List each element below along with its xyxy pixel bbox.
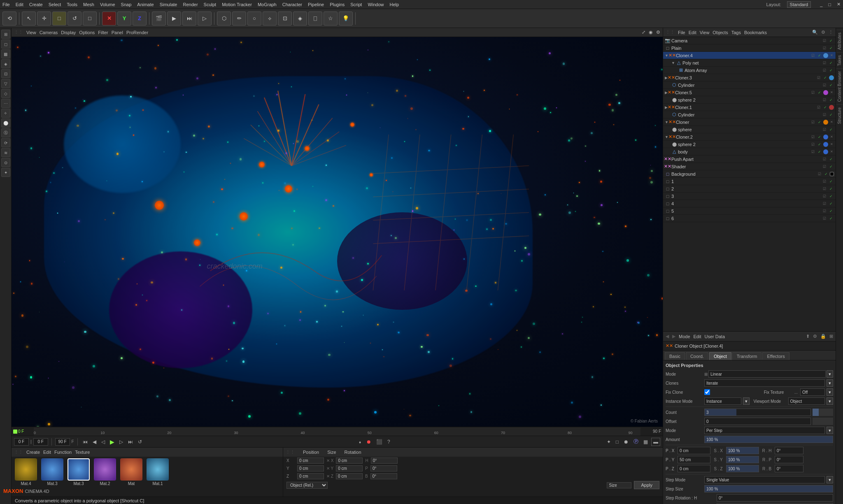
sz-input-container[interactable] bbox=[726, 465, 759, 472]
om-item-null-6[interactable]: □ 6 ☑ ✓ bbox=[663, 215, 836, 222]
om-tab-file[interactable]: File bbox=[678, 30, 685, 35]
offset-input-container[interactable] bbox=[704, 418, 811, 425]
prev-frame-button[interactable]: ◀ bbox=[91, 438, 98, 446]
viewport-3d[interactable]: crackedonic.com © Fabian Aerts bbox=[12, 37, 663, 427]
prop-icon-4[interactable]: ⊞ bbox=[829, 334, 833, 339]
cloner3-toggle-1[interactable]: ☑ bbox=[816, 75, 822, 81]
left-tool-1[interactable]: ⊞ bbox=[1, 30, 10, 39]
motion-tracker-view[interactable]: ▦ bbox=[642, 438, 650, 446]
rp-input[interactable] bbox=[775, 456, 803, 463]
om-tab-tags[interactable]: Tags bbox=[731, 30, 741, 35]
material-item-mat1[interactable]: Mat.1 bbox=[147, 458, 169, 486]
size-y-input[interactable] bbox=[336, 465, 363, 471]
left-tool-2[interactable]: ◻ bbox=[1, 39, 10, 49]
help-playback[interactable]: ? bbox=[386, 438, 392, 446]
left-tool-13[interactable]: ≋ bbox=[1, 148, 10, 157]
atomarray-toggle-1[interactable]: ☑ bbox=[822, 67, 827, 73]
om-item-body[interactable]: △ body ☑ ✓ ✕ bbox=[663, 148, 836, 156]
size-x-input[interactable] bbox=[336, 458, 363, 464]
skip-end-button[interactable]: ⏭ bbox=[126, 438, 135, 446]
window-close[interactable]: ✕ bbox=[837, 2, 841, 7]
keyframe-button[interactable]: ⬧ bbox=[357, 438, 363, 446]
left-tool-6[interactable]: ▽ bbox=[1, 79, 10, 88]
edit-render-settings[interactable]: ▷ bbox=[198, 12, 212, 26]
render-region[interactable]: ▶ bbox=[167, 12, 181, 26]
keying-button[interactable]: ✦ bbox=[605, 438, 612, 446]
camera-toggle-1[interactable]: ☑ bbox=[822, 38, 827, 44]
cylinder2-toggle-2[interactable]: ✓ bbox=[828, 112, 834, 118]
size-mode-input[interactable] bbox=[607, 482, 631, 488]
fix-clone-checkbox[interactable] bbox=[704, 389, 710, 395]
material-item-mat[interactable]: Mat bbox=[120, 458, 142, 486]
vp-icon-expand[interactable]: ⤢ bbox=[642, 30, 645, 35]
apply-button[interactable]: Apply bbox=[634, 481, 659, 489]
timeline-toggle[interactable]: ▬ bbox=[651, 438, 660, 446]
vp-tab-prorender[interactable]: ProRender bbox=[126, 30, 148, 35]
null2-toggle-2[interactable]: ✓ bbox=[828, 186, 834, 192]
rot-p-input[interactable] bbox=[370, 465, 397, 471]
background-toggle-1[interactable]: ☑ bbox=[817, 171, 822, 177]
sx-input[interactable] bbox=[727, 447, 759, 454]
om-item-null-1[interactable]: □ 1 ☑ ✓ bbox=[663, 178, 836, 185]
om-item-cloner4[interactable]: ▼ ✕✕ Cloner.4 ☑ ✓ ✕ bbox=[663, 52, 836, 59]
play-button[interactable]: ▶ bbox=[108, 438, 116, 446]
cloner2-toggle-2[interactable]: ✓ bbox=[817, 134, 822, 140]
sy-input-container[interactable] bbox=[726, 456, 759, 463]
steprot-h-input-container[interactable] bbox=[717, 494, 833, 502]
layout-dropdown[interactable]: Standard bbox=[787, 1, 811, 8]
undo-button[interactable]: ⟲ bbox=[2, 12, 16, 26]
sphere2a-toggle-2[interactable]: ✓ bbox=[828, 97, 834, 103]
px-input[interactable] bbox=[678, 447, 710, 454]
deformer-tool[interactable]: ⟡ bbox=[263, 12, 277, 26]
cloner4-toggle-1[interactable]: ☑ bbox=[810, 53, 816, 58]
prop-icon-3[interactable]: 🔒 bbox=[820, 334, 826, 339]
vp-tab-view[interactable]: View bbox=[26, 30, 36, 35]
left-tool-4[interactable]: ◈ bbox=[1, 59, 10, 68]
null2-toggle-1[interactable]: ☑ bbox=[822, 186, 827, 192]
polynet-toggle-1[interactable]: ☑ bbox=[822, 60, 827, 66]
menu-plugins[interactable]: Plugins bbox=[330, 2, 345, 7]
cloner2-expand[interactable]: ▼ bbox=[665, 135, 668, 139]
menu-mesh[interactable]: Mesh bbox=[83, 2, 94, 7]
om-tab-bookmarks[interactable]: Bookmarks bbox=[744, 30, 767, 35]
sphere2b-toggle-1[interactable]: ☑ bbox=[810, 142, 816, 147]
side-tab-takes[interactable]: Takes bbox=[836, 52, 843, 68]
menu-pipeline[interactable]: Pipeline bbox=[308, 2, 324, 7]
menu-mograph[interactable]: MoGraph bbox=[258, 2, 277, 7]
om-item-cloner1[interactable]: ▶ ✕✕ Cloner.1 ☑ ✓ bbox=[663, 104, 836, 111]
mode2-dropdown-btn[interactable]: ▾ bbox=[827, 427, 833, 434]
shader-toggle-2[interactable]: ✓ bbox=[828, 164, 834, 170]
om-item-null-2[interactable]: □ 2 ☑ ✓ bbox=[663, 185, 836, 193]
side-tab-attributes[interactable]: Attributes bbox=[836, 30, 843, 52]
vp-tab-cameras[interactable]: Cameras bbox=[40, 30, 58, 35]
left-tool-12[interactable]: ⟳ bbox=[1, 138, 10, 147]
rh-input-container[interactable] bbox=[775, 447, 803, 454]
rotate-tool[interactable]: ↺ bbox=[68, 12, 82, 26]
menu-render[interactable]: Render bbox=[183, 2, 198, 7]
cloner5-expand[interactable]: ▶ bbox=[665, 91, 668, 95]
pos-y-input[interactable] bbox=[297, 465, 324, 471]
prop-tab-coord[interactable]: Coord. bbox=[686, 352, 708, 360]
amount-input[interactable] bbox=[705, 436, 833, 443]
mat-tab-edit[interactable]: Edit bbox=[43, 450, 51, 455]
record-button[interactable]: ⏺ bbox=[365, 438, 373, 446]
om-tab-edit[interactable]: Edit bbox=[689, 30, 696, 35]
cylinder2-toggle-1[interactable]: ☑ bbox=[822, 112, 827, 118]
om-item-cloner5[interactable]: ▶ ✕✕ Cloner.5 ☑ ✓ ✕ bbox=[663, 89, 836, 96]
render-active-view[interactable]: 🎬 bbox=[152, 12, 166, 26]
stepsize-input[interactable] bbox=[705, 485, 833, 492]
plain-toggle-1[interactable]: ☑ bbox=[822, 45, 827, 51]
y-button[interactable]: Y bbox=[117, 12, 131, 26]
null1-toggle-2[interactable]: ✓ bbox=[828, 179, 834, 184]
left-tool-15[interactable]: ✦ bbox=[1, 168, 10, 177]
om-item-sphere2a[interactable]: ⬤ sphere 2 ☑ ✓ bbox=[663, 96, 836, 104]
hair-tool[interactable]: 💡 bbox=[339, 12, 353, 26]
om-item-sphere[interactable]: ⬤ sphere ☑ ✓ bbox=[663, 126, 836, 133]
om-item-polynet[interactable]: ▼ △ Poly net ☑ ✓ bbox=[663, 59, 836, 67]
null6-toggle-1[interactable]: ☑ bbox=[822, 216, 827, 221]
polynet-expand[interactable]: ▼ bbox=[671, 61, 675, 65]
amount-input-container[interactable] bbox=[704, 436, 833, 443]
sphere2b-toggle-2[interactable]: ✓ bbox=[817, 142, 822, 147]
menu-script[interactable]: Script bbox=[350, 2, 362, 7]
om-search-icon[interactable]: 🔍 bbox=[812, 30, 818, 35]
